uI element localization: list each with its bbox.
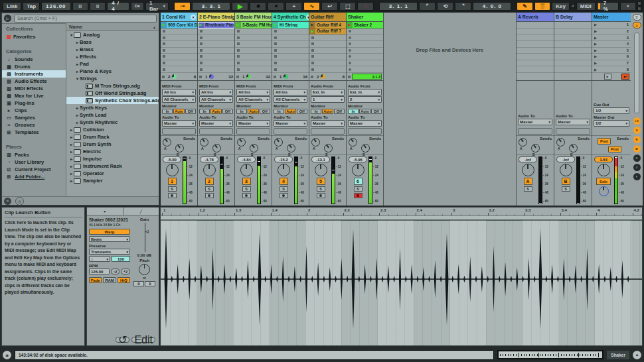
empty-clip-slot[interactable] <box>272 29 309 35</box>
empty-clip-slot[interactable] <box>161 41 197 48</box>
send-a-knob[interactable] <box>519 138 527 147</box>
clip-stop-icon[interactable] <box>274 62 277 64</box>
master-out-dropdown[interactable]: 1/2▾ <box>594 120 629 127</box>
output-type-dropdown[interactable]: Master▾ <box>311 120 345 127</box>
scene-launch-button[interactable]: ▶ <box>594 61 597 65</box>
empty-clip-slot[interactable] <box>347 34 383 41</box>
clip-stop-icon[interactable] <box>200 62 202 64</box>
monitor-in-button[interactable]: In <box>236 109 247 114</box>
groove-amount-icon[interactable]: ≈ <box>4 198 11 205</box>
browser-toggle-icon[interactable]: ▷ <box>4 15 11 22</box>
tree-item[interactable]: ▸Operator <box>66 170 159 177</box>
sidebar-item-packs[interactable]: ▥Packs <box>2 151 66 158</box>
punch-out-button[interactable]: ⌝ <box>455 2 471 11</box>
empty-clip-slot[interactable] <box>235 60 272 67</box>
tree-item[interactable]: ▸Synth Keys <box>66 104 159 111</box>
monitor-auto-button[interactable]: Auto <box>248 109 258 114</box>
empty-clip-slot[interactable] <box>309 54 346 60</box>
track-delay-box[interactable] <box>311 128 345 135</box>
empty-clip-slot[interactable] <box>235 41 272 48</box>
volume-field[interactable]: -13.1 <box>311 156 330 162</box>
scene-slot[interactable]: ▶4 <box>592 41 631 48</box>
monitor-off-button[interactable]: Off <box>297 109 307 114</box>
clip-launch-button[interactable]: ▶ <box>161 22 167 28</box>
scene-menu-icon[interactable]: ≡ <box>633 14 641 21</box>
waveform-display[interactable] <box>161 220 642 345</box>
clip-stop-icon[interactable] <box>311 55 314 58</box>
clip-slot[interactable]: ▶Shaker 2 <box>347 22 383 29</box>
output-type-dropdown[interactable]: Master▾ <box>236 120 270 127</box>
tree-arrow-icon[interactable]: ▸ <box>75 69 80 74</box>
track-stop-button[interactable] <box>236 76 239 78</box>
monitor-in-button[interactable]: In <box>348 109 359 114</box>
empty-clip-slot[interactable] <box>198 41 234 48</box>
send-b-knob[interactable] <box>569 144 578 152</box>
solo-button[interactable]: S <box>280 186 288 192</box>
track-activator-button[interactable]: A <box>524 178 532 185</box>
sidebar-item-current-project[interactable]: ⊡Current Project <box>2 166 66 173</box>
beat-time-ruler[interactable]: 11.21.31.422.22.32.433.23.33.444.2 <box>161 208 642 216</box>
empty-clip-slot[interactable] <box>272 48 309 54</box>
track-activator-button[interactable]: B <box>562 178 570 185</box>
empty-clip-slot[interactable] <box>235 66 272 73</box>
clip-stop-icon[interactable] <box>163 42 165 45</box>
sidebar-item-favorites[interactable]: Favorites <box>2 33 66 40</box>
clip-stop-icon[interactable] <box>237 36 240 39</box>
loop-start-display[interactable]: 3. 1. 1 <box>379 2 418 11</box>
send-a-knob[interactable] <box>311 138 320 147</box>
clip-launch-button[interactable]: ▶ <box>309 22 315 28</box>
midi-map-button[interactable]: MIDI <box>576 2 596 11</box>
clip-stop-icon[interactable] <box>200 36 202 39</box>
tree-item[interactable]: ▾Analog <box>66 31 159 38</box>
sidebar-item-user-library[interactable]: ◔User Library <box>2 158 66 166</box>
send-b-knob[interactable] <box>531 144 540 152</box>
track-activator-button[interactable]: 5 <box>317 178 325 185</box>
input-type-dropdown[interactable]: All Ins▾ <box>274 89 307 95</box>
send-b-knob[interactable] <box>361 144 370 152</box>
input-channel-dropdown[interactable]: All Channels▾ <box>274 96 307 103</box>
fade-button[interactable]: Fade <box>89 277 102 283</box>
scene-slot[interactable]: ▶6 <box>592 54 631 60</box>
send-b-knob[interactable] <box>250 144 258 152</box>
tree-item[interactable]: Synthetic Choir Strings.adg <box>66 97 159 104</box>
send-b-post-button[interactable]: Post <box>608 146 621 152</box>
pan-knob[interactable] <box>203 164 216 176</box>
input-type-dropdown[interactable]: Ext. In▾ <box>311 89 345 95</box>
clip-stop-icon[interactable] <box>163 30 165 32</box>
tree-arrow-icon[interactable]: ▸ <box>69 171 74 176</box>
clip-stop-icon[interactable] <box>237 62 240 64</box>
clip-stop-icon[interactable] <box>200 30 202 32</box>
empty-clip-slot[interactable] <box>198 66 234 73</box>
sidebar-item-grooves[interactable]: ≈Grooves <box>2 121 66 129</box>
output-type-dropdown[interactable]: Master▾ <box>274 120 307 127</box>
empty-clip-slot[interactable] <box>309 41 346 48</box>
volume-field[interactable]: -Inf <box>556 156 575 162</box>
punch-in-button[interactable]: ⌜ <box>419 2 436 11</box>
clip-launch-button[interactable]: ▶ <box>272 22 278 28</box>
tap-tempo-button[interactable]: Tap <box>23 2 40 11</box>
arm-button[interactable] <box>242 193 251 198</box>
toggle-m[interactable]: M <box>633 145 641 152</box>
empty-clip-slot[interactable] <box>161 60 197 67</box>
monitor-off-button[interactable]: Off <box>222 109 233 114</box>
volume-field[interactable]: -5.00 <box>163 156 181 162</box>
tree-item[interactable]: ▸Instrument Rack <box>66 162 159 170</box>
empty-clip-slot[interactable] <box>235 48 272 54</box>
track-header[interactable]: Guitar Riff <box>309 13 346 22</box>
clip-stop-icon[interactable] <box>274 49 277 52</box>
tree-arrow-icon[interactable]: ▸ <box>75 62 80 66</box>
solo-button[interactable]: S <box>562 186 570 192</box>
pan-knob[interactable] <box>522 164 534 176</box>
send-a-post-button[interactable]: Post <box>598 138 611 145</box>
scene-slot[interactable]: ▶8 <box>592 66 631 73</box>
solo-button[interactable]: S <box>317 186 325 192</box>
monitor-in-button[interactable]: In <box>162 109 173 114</box>
warp-mode-dropdown[interactable]: Beats▾ <box>89 236 130 242</box>
automation-arm-button[interactable]: ∿ <box>303 2 320 11</box>
draw-mode-button[interactable]: ✎ <box>517 2 532 11</box>
sidebar-item-audio-effects[interactable]: ▧Audio Effects <box>2 78 66 85</box>
empty-clip-slot[interactable] <box>161 29 197 35</box>
sidebar-item-clips[interactable]: ▸Clips <box>2 107 66 114</box>
tree-item[interactable]: ▸Synth Lead <box>66 111 159 119</box>
tree-item[interactable]: ▾Strings <box>66 75 159 82</box>
